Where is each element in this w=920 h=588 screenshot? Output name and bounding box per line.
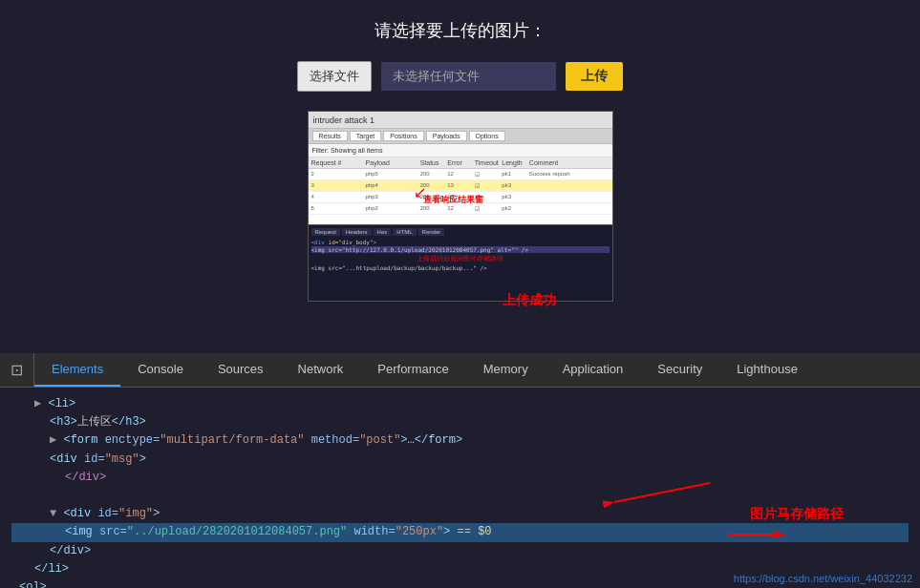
devtools-panel: ⊡ Elements Console Sources Network Perfo… <box>0 353 920 588</box>
red-arrow <box>727 523 803 546</box>
tab-performance[interactable]: Performance <box>360 353 465 387</box>
storage-path-arrow <box>595 473 710 512</box>
tab-lighthouse[interactable]: Lighthouse <box>719 353 815 387</box>
tab-security[interactable]: Security <box>640 353 719 387</box>
tab-elements[interactable]: Elements <box>34 353 120 387</box>
code-line-5: </div> <box>11 469 909 487</box>
upload-button[interactable]: 上传 <box>566 62 623 91</box>
webpage-preview: 请选择要上传的图片： 选择文件 未选择任何文件 上传 intruder atta… <box>0 0 920 353</box>
choose-file-button[interactable]: 选择文件 <box>297 61 372 92</box>
watermark: https://blog.csdn.net/weixin_44032232 <box>734 573 912 584</box>
code-line-7[interactable]: <img src="../upload/2820201012084057.png… <box>11 523 909 541</box>
tab-sources[interactable]: Sources <box>201 353 281 387</box>
code-line-2: <h3>上传区</h3> <box>11 413 909 431</box>
svg-line-3 <box>614 483 710 502</box>
code-line-3: ▶ <form enctype="multipart/form-data" me… <box>11 431 909 450</box>
tab-memory[interactable]: Memory <box>466 353 546 387</box>
upload-success-label: 上传成功 <box>503 292 556 309</box>
page-title: 请选择要上传的图片： <box>374 19 546 42</box>
devtools-icon: ⊡ <box>0 353 34 387</box>
tab-network[interactable]: Network <box>281 353 361 387</box>
tab-application[interactable]: Application <box>546 353 641 387</box>
devtools-content: ▶ <li> <h3>上传区</h3> ▶ <form enctype="mul… <box>0 388 920 588</box>
devtools-tabbar: ⊡ Elements Console Sources Network Perfo… <box>0 353 920 388</box>
code-line-spacer <box>11 487 909 505</box>
code-line-4: <div id="msg"> <box>11 451 909 469</box>
tab-console[interactable]: Console <box>120 353 201 387</box>
no-file-text: 未选择任何文件 <box>381 62 556 91</box>
storage-path-annotation: 图片马存储路径 <box>750 506 844 523</box>
code-line-1: ▶ <li> <box>11 395 909 413</box>
embedded-screenshot: intruder attack 1 Results Target Positio… <box>308 111 613 302</box>
file-upload-row: 选择文件 未选择任何文件 上传 <box>297 61 623 92</box>
